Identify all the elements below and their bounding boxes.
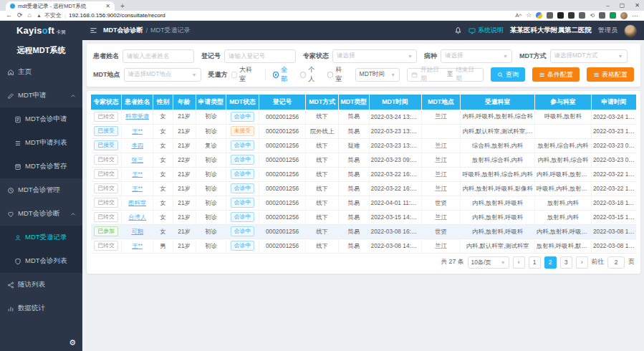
sidebar-item-label: MDT会诊诊断 (18, 209, 60, 218)
browser-menu-icon[interactable]: ⋯ (632, 12, 638, 19)
system-note-link[interactable]: 系统说明 (468, 26, 504, 35)
cell-mdt-place: 兰江 (421, 138, 461, 153)
sidebar-item-主页[interactable]: 主页 (0, 60, 82, 84)
cell-invited-depts: 内科,默认科室,测试科室,放射科 (461, 124, 534, 138)
patient-name-link[interactable]: 王** (132, 170, 143, 178)
table-row[interactable]: 已转交张三女22岁初诊会诊中0002001256线下简易2022-03-23 0… (91, 153, 636, 167)
scope-radio-全部[interactable]: 全部 (273, 65, 294, 84)
cell-invited-depts: 内科,放射科,呼吸科,影像科 (461, 181, 534, 196)
settings-gear-icon[interactable]: ⚙ (69, 338, 76, 347)
scope-radio-科室[interactable]: 科室 (327, 65, 348, 84)
home-icon[interactable]: ⌂ (28, 12, 32, 19)
table-row[interactable]: 已转交图科室女21岁初诊会诊中0002001256线下简易2022-04-01 … (91, 196, 636, 210)
mdt-mode-select[interactable]: 请选择MDT方式▼ (550, 49, 628, 63)
cell-register-no: 0002001256 (259, 196, 305, 210)
disease-select[interactable]: 请选择▼ (441, 49, 512, 63)
window-close-button[interactable]: ✕ (635, 2, 640, 9)
patient-name-link[interactable]: 可鹅 (131, 228, 143, 235)
cell-invited-depts: 内科,放射科,呼吸科 (461, 196, 534, 210)
page-button-1[interactable]: 1 (529, 256, 541, 269)
sidebar-item-MDT申请[interactable]: MDT申请 (0, 84, 82, 107)
patient-name-link[interactable]: 李四 (131, 142, 143, 149)
big-dept-checkbox[interactable]: 大科室 (231, 65, 258, 84)
page-size-select[interactable]: 10条/页▼ (468, 256, 509, 269)
url-field[interactable]: ▲ 不安全 | 192.168.0.156:9002/consultate/re… (37, 11, 165, 19)
sidebar-item-MDT会诊申请[interactable]: MDT会诊申请 (0, 107, 82, 131)
sidebar-item-MDT会诊列表[interactable]: MDT会诊列表 (0, 249, 82, 273)
extension-icon[interactable] (610, 12, 616, 19)
cell-register-no: 0002001256 (259, 181, 305, 196)
table-row[interactable]: 已转交科室受邀女21岁初诊会诊中0002001256线下简易2022-03-24… (91, 110, 636, 124)
cell-mdt-status: 会诊中 (226, 196, 259, 210)
sidebar-item-数据统计[interactable]: 数据统计 (0, 297, 82, 320)
cell-register-no: 0002001256 (259, 210, 305, 224)
sidebar-item-MDT申请列表[interactable]: MDT申请列表 (0, 131, 82, 155)
expert-status-select[interactable]: 请选择▼ (332, 49, 417, 63)
cell-mdt-type: 简易 (338, 167, 369, 181)
window-minimize-button[interactable]: – (606, 2, 609, 9)
user-avatar[interactable] (624, 24, 637, 37)
cell-register-no: 0002001256 (259, 167, 305, 181)
table-row[interactable]: 已转交王**女21岁初诊会诊中0002001256线下简易2022-03-22 … (91, 167, 636, 181)
window-restore-button[interactable]: ▢ (620, 2, 625, 9)
sidebar-item-MDT会诊暂存[interactable]: MDT会诊暂存 (0, 155, 82, 178)
cell-apply-type: 初诊 (196, 124, 226, 138)
extension-icon[interactable] (557, 12, 564, 19)
scope-radio-个人[interactable]: 个人 (300, 65, 321, 84)
patient-name-link[interactable]: 图科室 (128, 199, 146, 206)
date-range-input[interactable]: 开始日期 至 结束日期 (407, 68, 484, 82)
table-config-button[interactable]: 表格配置 (587, 67, 634, 82)
goto-page-input[interactable] (607, 256, 625, 269)
column-header-MDT方式: MDT方式 (306, 95, 339, 110)
mdt-place-select[interactable]: 请选择MDT地点▼ (124, 68, 201, 82)
edit-icon (7, 92, 14, 100)
table-row[interactable]: 已转交台湾人女21岁初诊会诊中0002001256线下简易2022-03-15 … (91, 210, 636, 224)
register-no-input[interactable] (224, 49, 296, 63)
sidebar-collapse-icon[interactable] (90, 27, 97, 34)
patient-name-link[interactable]: 科室受邀 (125, 112, 149, 120)
next-page-button[interactable]: › (576, 256, 588, 269)
new-tab-button[interactable]: + (120, 1, 125, 11)
patient-name-input[interactable] (122, 49, 194, 63)
patient-name-link[interactable]: 台湾人 (128, 213, 146, 221)
patient-name-link[interactable]: 张三 (131, 156, 143, 163)
extension-icon[interactable] (568, 12, 575, 19)
breadcrumb-parent[interactable]: MDT会诊诊断 (103, 26, 143, 35)
sidebar-item-随访列表[interactable]: 随访列表 (0, 273, 82, 297)
browser-tab[interactable]: mdt受邀记录 - 远程MDT系统 ✕ (6, 1, 115, 11)
extension-icon[interactable] (579, 12, 585, 19)
refresh-icon[interactable]: ⟳ (17, 12, 23, 19)
table-row[interactable]: 已转交王**女21岁初诊会诊中0002001256线下简易2022-03-22 … (91, 181, 636, 196)
bookmark-star-icon[interactable]: ☆ (526, 12, 532, 19)
font-size-icon[interactable]: A^ (515, 13, 522, 19)
tab-close-icon[interactable]: ✕ (105, 3, 110, 9)
browser-profile-icon[interactable] (620, 12, 628, 19)
cell-apply-time: 2022-03-23 09:35:39 (592, 138, 637, 153)
cell-mdt-place: 兰江 (421, 181, 461, 196)
translate-icon[interactable]: ⟲ (590, 13, 595, 19)
patient-name-link[interactable]: 王** (132, 242, 143, 249)
sidebar-item-MDT受邀记录[interactable]: MDT受邀记录 (0, 226, 82, 249)
patient-name-link[interactable]: 王** (132, 185, 143, 192)
patient-name-link[interactable]: 王** (132, 128, 143, 135)
extension-icon[interactable] (547, 12, 553, 19)
page-button-3[interactable]: 3 (560, 256, 572, 269)
user-role[interactable]: 管理员 (598, 26, 617, 35)
sidebar-item-label: MDT会诊申请 (25, 115, 67, 124)
back-icon[interactable]: ← (6, 12, 12, 19)
extension-icon[interactable] (536, 12, 542, 19)
table-row[interactable]: 已接受王**女21岁初诊未接受0002001256院外线上简易2022-03-2… (91, 124, 636, 138)
condition-config-button[interactable]: 条件配置 (532, 67, 580, 82)
bell-icon[interactable] (454, 27, 462, 34)
table-row[interactable]: 已转交王**男21岁初诊会诊中0002001256线下简易2022-03-08 … (91, 239, 636, 253)
table-row[interactable]: 已参加可鹅女21岁初诊会诊中0002001256线下简易2022-03-08 1… (91, 224, 636, 239)
page-button-2[interactable]: 2 (544, 256, 557, 269)
search-button[interactable]: 查询 (491, 67, 525, 82)
table-row[interactable]: 已接受李四女21岁复诊会诊中0002001256线下疑难2022-03-23 1… (91, 138, 636, 153)
split-screen-icon[interactable] (599, 12, 605, 19)
cell-mdt-status: 会诊中 (226, 224, 259, 239)
prev-page-button[interactable]: ‹ (513, 256, 525, 269)
time-field-select[interactable]: MDT时间▼ (355, 68, 400, 82)
sidebar-item-MDT会诊管理[interactable]: MDT会诊管理 (0, 178, 82, 202)
sidebar-item-MDT会诊诊断[interactable]: MDT会诊诊断 (0, 202, 82, 226)
